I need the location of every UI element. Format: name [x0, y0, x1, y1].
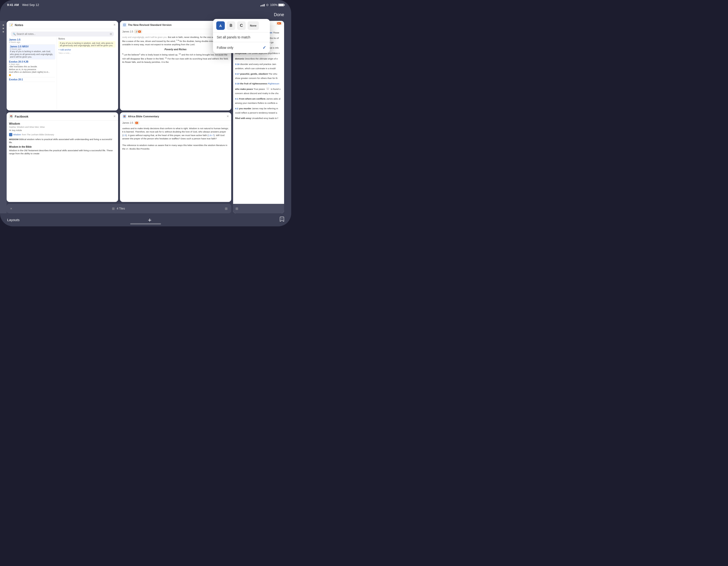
notes-title: 📝 Notes: [9, 23, 23, 27]
follow-only-row[interactable]: Follow only ✓: [213, 42, 270, 53]
battery-icon: [278, 4, 284, 6]
notes-close-button[interactable]: ×: [113, 23, 115, 27]
note-warning-icon: [9, 74, 11, 76]
device-frame: 9:41 AM Wed Sep 12 ⊙ 100%: [0, 0, 291, 226]
factbook-tags: Sophia; Wisdom and Wise Men; Wise: [9, 126, 116, 128]
filter-icon[interactable]: ⊟: [110, 32, 112, 36]
battery-container: 100%: [270, 3, 284, 7]
status-bar: 9:41 AM Wed Sep 12 ⊙ 100%: [0, 0, 291, 9]
factbook-title: 📚 Factbook: [9, 114, 28, 119]
battery-fill: [279, 4, 284, 6]
svg-point-7: [124, 116, 125, 117]
africa-ref-bar: James 1:5 A: [120, 121, 231, 125]
factbook-keyword: Wisdom: [9, 122, 116, 125]
note-yellow-card: If any of you is lacking in wisdom, ask …: [58, 41, 115, 48]
africa-commentary-panel: Africa Bible Commentary × James 1:5 A us…: [120, 112, 231, 202]
status-time: 9:41 AM: [7, 3, 19, 7]
side-dot-2: [3, 28, 4, 29]
factbook-content: Wisdom Sophia; Wisdom and Wise Men; Wise…: [7, 121, 118, 202]
note-item-2[interactable]: Exodus 20:3 KJB 4 days ago Alter transla…: [9, 60, 55, 77]
side-dot-3: [3, 31, 4, 32]
right-panel-badge: A+: [276, 22, 282, 25]
add-layout-button[interactable]: +: [148, 217, 152, 223]
bible-ref-badge: 🔗 A: [134, 30, 142, 33]
wifi-icon: ⊙: [266, 3, 269, 7]
africa-ref-badge: A: [134, 121, 139, 125]
tiles-control-bar: × ⊞ 4 Tiles ⊞: [7, 204, 231, 213]
bible-title: The New Revised Standard Version: [122, 23, 172, 27]
factbook-panel: 📚 Factbook × Wisdom Sophia; Wisdom and W…: [7, 112, 118, 202]
set-all-panels-row[interactable]: Set all panels to match: [213, 32, 270, 42]
notes-split: James 1:5 3 hours ago James 1:5 NRSV: [9, 37, 116, 109]
commentary-entry-7: 3:18 the fruit of righteousness Righteou…: [235, 81, 282, 85]
notes-header: 📝 Notes ×: [7, 21, 118, 29]
factbook-header: 📚 Factbook ×: [7, 112, 118, 121]
factbook-main-text: WISDOM Biblical wisdom refers to practic…: [9, 138, 116, 144]
africa-commentary-header: Africa Bible Commentary ×: [120, 112, 231, 121]
add-anchor-link[interactable]: + Add anchor: [58, 49, 115, 51]
font-size-none-button[interactable]: None: [248, 21, 259, 30]
africa-commentary-content: useless and to make timely decisions tha…: [120, 125, 231, 152]
factbook-icon: 📚: [9, 114, 13, 119]
side-control: [0, 21, 7, 213]
font-size-a-button[interactable]: A: [216, 21, 225, 30]
side-dot-1: [3, 24, 4, 26]
factbook-key-article: ▼ Key Article: [9, 129, 116, 132]
notes-search-input[interactable]: [17, 33, 109, 35]
note-placeholder: Take a note...: [58, 52, 115, 54]
right-panel-entries: works, with the humility of wisdom Those…: [233, 30, 284, 204]
factbook-subsection-heading: Wisdom in the Bible: [9, 146, 116, 148]
notes-list: James 1:5 3 hours ago James 1:5 NRSV: [9, 37, 57, 109]
popup-menu: A B C None Set all panels to match Follo…: [213, 19, 270, 53]
tiles-section: 📝 Notes × 🔍 ⊟: [7, 21, 231, 213]
commentary-entry-8: who make peace True peace 📖 is found o c…: [235, 87, 282, 95]
commentary-entry-4: demonic Describes the ultimate origin of…: [235, 56, 282, 60]
note-item-3[interactable]: Exodus 20:1: [9, 77, 55, 82]
svg-text:📖: 📖: [267, 88, 269, 90]
commentary-entry-9: 4:1 From where are conflicts James asks …: [235, 96, 282, 105]
notes-content: 🔍 ⊟ James 1:5: [7, 29, 118, 111]
notes-icon: 📝: [9, 23, 13, 27]
bookmark-button[interactable]: [280, 217, 284, 223]
source-icon: [9, 133, 12, 136]
tiles-grid-icon: ⊞: [225, 207, 228, 211]
factbook-source: Wisdom from The Lexham Bible Dictionary: [9, 133, 116, 136]
notes-search-bar[interactable]: 🔍 ⊟: [11, 32, 114, 37]
commentary-entry-11: filled with envy Unsatisfied envy leads …: [235, 116, 282, 120]
search-icon: 🔍: [13, 33, 16, 35]
factbook-subsection-text: Wisdom in the Old Testament describes th…: [9, 149, 116, 155]
layouts-label: Layouts: [7, 218, 20, 222]
tiles-grid: 📝 Notes × 🔍 ⊟: [7, 21, 231, 202]
factbook-close-button[interactable]: ×: [113, 115, 115, 118]
commentary-entry-5: 3:16 disorder and every evil practice Ja…: [235, 62, 282, 70]
svg-text:🔗: 🔗: [135, 31, 138, 33]
right-panel-control-bar: ⊞: [233, 204, 284, 213]
notes-col-header: Notes: [58, 37, 115, 40]
set-all-panels-label: Set all panels to match: [217, 35, 250, 39]
note-detail: Notes If any of you is lacking in wisdom…: [57, 37, 115, 109]
commentary-entry-10: 4:2 you murder James may be referring m …: [235, 106, 282, 115]
popup-overlay: A B C None Set all panels to match Follo…: [213, 19, 270, 53]
tiles-center-controls: ⊞ 4 Tiles: [112, 207, 125, 211]
grid-icon: ⊞: [112, 207, 115, 211]
tiles-close-button[interactable]: ×: [10, 207, 12, 211]
signal-bars-icon: [260, 4, 265, 6]
font-size-c-button[interactable]: C: [237, 21, 246, 30]
note-item-0[interactable]: James 1:5 3 hours ago: [9, 37, 55, 45]
follow-only-label: Follow only: [217, 46, 233, 50]
africa-commentary-title: Africa Bible Commentary: [122, 114, 159, 119]
bible-icon: [122, 23, 127, 27]
done-button[interactable]: Done: [274, 12, 284, 17]
font-size-row: A B C None: [213, 19, 270, 32]
follow-only-checkmark: ✓: [263, 45, 266, 50]
africa-commentary-close-button[interactable]: ×: [227, 115, 229, 118]
africa-icon: [122, 114, 127, 119]
screen: 9:41 AM Wed Sep 12 ⊙ 100%: [0, 0, 291, 226]
status-date: Wed Sep 12: [22, 3, 39, 7]
battery-percent: 100%: [270, 3, 277, 7]
tiles-count-label: 4 Tiles: [117, 207, 125, 210]
font-size-b-button[interactable]: B: [227, 21, 235, 30]
note-item-1[interactable]: James 1:5 NRSV 3 hours ago If any of you…: [9, 45, 55, 60]
notes-panel: 📝 Notes × 🔍 ⊟: [7, 21, 118, 111]
commentary-entry-6: 3:17 peaceful, gentle, obedient The virt…: [235, 71, 282, 80]
